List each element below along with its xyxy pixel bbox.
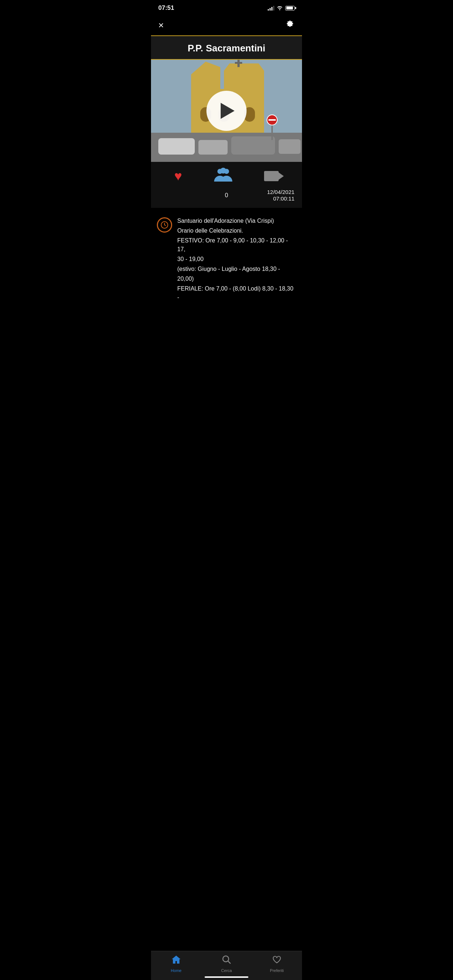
stats-bar: 0 12/04/2021 07:00:11: [151, 188, 302, 208]
people-action[interactable]: [214, 168, 232, 185]
play-button[interactable]: [206, 91, 247, 131]
info-line-3: FESTIVO: Ore 7,00 - 9,00 - 10,30 - 12,00…: [177, 236, 296, 255]
people-icon[interactable]: [214, 168, 232, 185]
info-line-5: (estivo: Giugno - Luglio - Agosto 18,30 …: [177, 265, 296, 274]
favorite-action[interactable]: ♥: [174, 169, 182, 184]
video-action[interactable]: [264, 171, 279, 181]
info-section: Santuario dell'Adorazione (Via Crispi) O…: [151, 208, 302, 310]
info-text-block: Santuario dell'Adorazione (Via Crispi) O…: [177, 216, 296, 303]
info-line-2: Orario delle Celebrazioni.: [177, 226, 296, 235]
settings-button[interactable]: [284, 18, 295, 32]
video-cam-icon[interactable]: [264, 171, 279, 181]
svg-rect-12: [158, 138, 195, 154]
status-time: 07:51: [158, 5, 174, 12]
status-bar: 07:51: [151, 0, 302, 14]
title-section: P.P. Sacramentini: [151, 36, 302, 60]
status-icons: [268, 5, 295, 11]
signal-icon: [268, 5, 274, 11]
info-line-4: 30 - 19,00: [177, 255, 296, 264]
svg-point-21: [220, 168, 226, 173]
heart-icon[interactable]: ♥: [174, 169, 182, 184]
info-line-6: 20,00): [177, 275, 296, 284]
clock-icon: [157, 217, 172, 232]
svg-rect-7: [235, 62, 242, 64]
svg-rect-14: [231, 136, 275, 154]
action-bar: ♥: [151, 162, 302, 188]
battery-icon: [285, 6, 295, 11]
video-date: 12/04/2021 07:00:11: [267, 189, 294, 202]
nav-bar: ×: [151, 14, 302, 36]
svg-rect-18: [268, 119, 276, 121]
svg-marker-5: [224, 64, 264, 71]
tab-spacer: [151, 310, 302, 339]
wifi-icon: [276, 5, 283, 11]
play-icon: [221, 103, 234, 119]
people-count: 0: [225, 192, 228, 198]
info-line-7: FERIALE: Ore 7,00 - (8,00 Lodi) 8,30 - 1…: [177, 285, 296, 302]
video-section[interactable]: [151, 60, 302, 162]
close-button[interactable]: ×: [158, 21, 164, 30]
svg-rect-13: [198, 140, 228, 154]
svg-rect-15: [279, 139, 301, 154]
page-title: P.P. Sacramentini: [158, 43, 295, 54]
info-line-1: Santuario dell'Adorazione (Via Crispi): [177, 216, 296, 226]
